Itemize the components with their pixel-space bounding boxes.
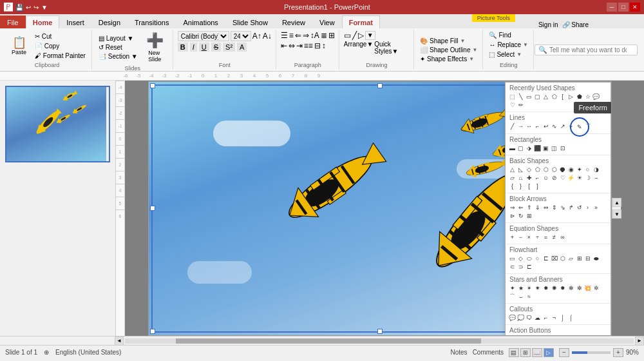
fc-connector[interactable]: ○ (533, 255, 542, 263)
line-scribble[interactable]: ~ (567, 122, 575, 131)
shape-triangle[interactable]: △ (542, 93, 550, 101)
bs-triangle[interactable]: △ (508, 166, 516, 174)
handle-bc[interactable] (377, 329, 383, 334)
shape-l-bracket[interactable]: [ (558, 93, 567, 101)
ba-left[interactable]: ⇐ (516, 204, 525, 212)
rect-round-two[interactable]: ◫ (550, 144, 558, 153)
shadow-btn[interactable]: S² (223, 43, 235, 52)
zoom-slider[interactable] (572, 351, 611, 354)
tab-transitions[interactable]: Transitions (128, 15, 176, 28)
format-painter-btn[interactable]: 🖌 Format Painter (33, 52, 88, 60)
slide-thumbnail-1[interactable]: 1 (5, 86, 110, 162)
ba-circular[interactable]: ↻ (516, 212, 525, 220)
underline-btn[interactable]: U (199, 43, 209, 52)
sign-in-btn[interactable]: Sign in (538, 21, 558, 28)
section-btn[interactable]: 📑 Section ▼ (97, 52, 140, 61)
star-8[interactable]: ✸ (542, 284, 550, 293)
fc-alternate[interactable]: ⊃ (516, 263, 525, 271)
scroll-down-btn[interactable]: ▼ (612, 210, 621, 219)
rect-snip-two[interactable]: ⬛ (533, 144, 542, 153)
quick-save-btn[interactable]: 💾 (15, 4, 23, 11)
bs-lightning[interactable]: ⚡ (567, 174, 575, 182)
decrease-indent-btn[interactable]: ⇐ (295, 31, 301, 40)
fc-process[interactable]: ▭ (508, 255, 516, 263)
tab-file[interactable]: File (0, 15, 26, 28)
cut-btn[interactable]: ✂ Cut (33, 32, 88, 41)
minimize-btn[interactable]: ─ (607, 3, 617, 12)
smartart-btn[interactable]: ⊞ (328, 31, 335, 40)
select-btn[interactable]: ⬚Select▼ (488, 50, 523, 59)
eq-times[interactable]: × (525, 233, 533, 242)
eq-divide[interactable]: ÷ (533, 233, 542, 242)
ba-notched[interactable]: ⊳ (508, 212, 516, 220)
ba-striped[interactable]: ⊞ (525, 212, 533, 220)
fc-stored[interactable]: ⊟ (583, 255, 592, 263)
line-curve2[interactable]: ⌒ (584, 122, 592, 131)
ba-chevron2[interactable]: » (592, 204, 600, 212)
zoom-level[interactable]: 90% (626, 349, 639, 356)
ab-home[interactable]: ⌂ (516, 335, 525, 336)
bs-heptagon[interactable]: ⬡ (550, 166, 558, 174)
explosion2[interactable]: ✲ (592, 284, 600, 293)
bs-trapezoid[interactable]: ⏢ (516, 174, 525, 182)
shapes-grid-item2[interactable]: ╱ (352, 31, 357, 40)
bs-decagon[interactable]: ◉ (567, 166, 575, 174)
ab-info[interactable]: ℹ (533, 335, 542, 336)
increase-indent-btn[interactable]: ⇒ (303, 31, 309, 40)
ba-u-turn[interactable]: ↺ (575, 204, 583, 212)
bs-brace2[interactable]: } (516, 182, 525, 191)
italic-btn[interactable]: I (190, 43, 197, 52)
bs-moon[interactable]: ☽ (583, 174, 592, 182)
scroll-right-btn[interactable]: ► (635, 337, 644, 346)
tab-animations[interactable]: Animations (176, 15, 225, 28)
line-curved[interactable]: ∿ (550, 122, 558, 131)
bs-parallelogram[interactable]: ▱ (508, 174, 516, 182)
scrollbar-vertical[interactable]: ▲ ▼ (612, 198, 621, 219)
justify-btn[interactable]: ≡≡ (304, 41, 313, 50)
tab-view[interactable]: View (312, 15, 342, 28)
bs-arc[interactable]: ⌢ (592, 174, 600, 182)
handle-tl[interactable] (150, 83, 155, 88)
shapes-grid-item[interactable]: ▭ (344, 31, 351, 40)
bold-btn[interactable]: B (178, 43, 188, 52)
col-btn[interactable]: ⊟ (314, 41, 321, 50)
line-spacing-btn[interactable]: ↕ (322, 41, 326, 50)
fc-document[interactable]: ⊏ (542, 255, 550, 263)
find-btn[interactable]: 🔍Find (488, 31, 512, 39)
align-center-btn[interactable]: ⇔ (289, 41, 295, 50)
callout-oval[interactable]: 🗨 (525, 314, 533, 322)
shape-heart[interactable]: ♡ (508, 101, 516, 110)
line-freeform[interactable]: ✎ (575, 122, 584, 132)
bs-sun[interactable]: ☀ (575, 174, 583, 182)
bs-bracket[interactable]: [ (525, 182, 533, 191)
bs-octagon[interactable]: ⯃ (558, 166, 567, 174)
tab-format[interactable]: Format (342, 15, 380, 28)
bs-cross[interactable]: ✚ (525, 174, 533, 182)
callout-rect[interactable]: 💬 (508, 314, 516, 322)
align-left-btn[interactable]: ⇤ (281, 41, 287, 50)
handle-tc[interactable] (377, 83, 383, 88)
bullets-btn[interactable]: ☰ (281, 31, 288, 40)
fc-delay[interactable]: ⊂ (508, 263, 516, 271)
handle-bl[interactable] (150, 329, 155, 334)
fc-manual[interactable]: ⌧ (550, 255, 558, 263)
explosion1[interactable]: 💥 (583, 284, 592, 293)
banner-up[interactable]: ⌒ (508, 293, 516, 301)
line-double-arrow[interactable]: ↔ (525, 122, 533, 131)
wave[interactable]: ≈ (525, 293, 533, 301)
ba-bent-up[interactable]: ↱ (567, 204, 575, 212)
zoom-out-btn[interactable]: − (559, 348, 569, 357)
fc-prep[interactable]: ⬡ (558, 255, 567, 263)
ba-up[interactable]: ⇑ (525, 204, 533, 212)
shape-effects-btn[interactable]: ✦Shape Effects▼ (419, 55, 478, 63)
ba-quad[interactable]: ⇘ (558, 204, 567, 212)
callout-bent2[interactable]: ⌠ (567, 314, 575, 322)
arrange-btn[interactable]: Arrange▼ (344, 41, 373, 55)
bs-brace[interactable]: { (508, 182, 516, 191)
ab-return[interactable]: ↩ (575, 335, 583, 336)
fc-display[interactable]: ⊏ (525, 263, 533, 271)
shape-pentagon2[interactable]: ⬟ (575, 93, 583, 101)
ab-end[interactable]: ▶▶ (567, 335, 575, 336)
shapes-grid-item3[interactable]: ▷ (358, 31, 364, 40)
shape-text-box[interactable]: ⬚ (508, 93, 516, 101)
